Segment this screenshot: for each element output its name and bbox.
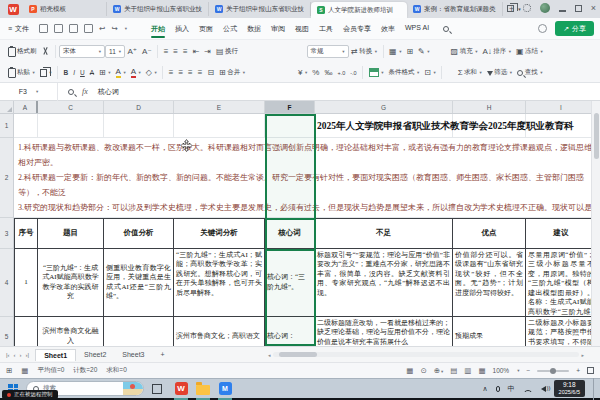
cell-F4-core[interactable]: 核心词：“三阶九维”。: [265, 249, 315, 317]
fx-icon[interactable]: fx: [82, 87, 88, 96]
sheet-tab-sheet2[interactable]: Sheet2: [76, 349, 114, 360]
increase-font-button[interactable]: A⁺: [125, 47, 140, 57]
conditional-format-button[interactable]: 条件格式▾: [386, 67, 422, 78]
column-header-a[interactable]: A: [14, 101, 38, 113]
sheet-title-cell[interactable]: 2025年人文学院申报省职业技术教育学会2025年度职业教育科: [315, 114, 597, 138]
table-style-button[interactable]: ▾: [366, 67, 386, 78]
menu-wps-ai[interactable]: WPS AI: [405, 20, 429, 38]
cell-G5-weak[interactable]: 二级标题随意改动，一看就是移植过来的；缺乏理论基础，理论与应用价值不分，理论价值…: [315, 317, 453, 346]
row-header-3[interactable]: 3: [0, 218, 13, 249]
zoom-slider[interactable]: [537, 370, 569, 372]
align-left-button[interactable]: ≡: [166, 68, 176, 78]
name-box[interactable]: F3▾: [0, 83, 58, 101]
cell-style-button[interactable]: ⊡▾: [422, 68, 438, 78]
cell-G4-weak[interactable]: 标题双引号“”要规范；理论与应用“价值”非要改为“意义”；重难点不分家，研究思路…: [315, 249, 453, 317]
cell-F5-core[interactable]: 核心词：: [265, 317, 315, 346]
prev-sheet-icon[interactable]: ‹: [14, 352, 16, 358]
task-view-button[interactable]: [152, 384, 162, 394]
merge-center-button[interactable]: ⊞合并▾: [217, 67, 248, 78]
percent-button[interactable]: %: [310, 68, 322, 78]
undo-icon[interactable]: ↩: [99, 24, 105, 33]
cell-A4[interactable]: 1: [14, 249, 38, 317]
header-cell-no[interactable]: 序号: [14, 218, 38, 249]
formula-input-value[interactable]: 核心词: [98, 87, 119, 97]
row-header-4[interactable]: 4: [0, 249, 13, 317]
column-header-d[interactable]: D: [104, 101, 174, 113]
cell-I5-advice[interactable]: 二级标题及小标题要规范；严格按照申报书要求填写，不得随意删减内容: [526, 317, 597, 346]
new-doc-icon[interactable]: [39, 24, 48, 33]
header-cell-strong[interactable]: 优点: [453, 218, 526, 249]
menu-page[interactable]: 页面: [199, 20, 213, 38]
select-all-corner[interactable]: [0, 101, 14, 113]
header-cell-keywords[interactable]: 关键词分析: [174, 218, 265, 249]
ribbon-search-icon[interactable]: [443, 26, 449, 32]
justify-button[interactable]: ≡: [195, 68, 205, 78]
formula-search-icon[interactable]: [68, 89, 74, 95]
column-header-h[interactable]: H: [453, 101, 526, 113]
cell-D5-value[interactable]: [104, 317, 174, 346]
row-header-2[interactable]: 2: [0, 138, 13, 218]
cell-F1[interactable]: [265, 114, 315, 138]
column-header-i[interactable]: I: [526, 101, 597, 113]
tab-mode-icon[interactable]: [507, 5, 514, 12]
header-cell-weak[interactable]: 不足: [315, 218, 453, 249]
scroll-left-icon[interactable]: ◂: [268, 352, 271, 358]
cell-F3-selected[interactable]: 核心词: [265, 218, 315, 249]
autosum-button[interactable]: Σ求和▾: [455, 67, 484, 78]
fill-button[interactable]: ▨填充▾: [448, 46, 480, 57]
wps-home-button[interactable]: W: [3, 2, 23, 16]
show-desktop-button[interactable]: [593, 378, 596, 400]
taskbar-wps-app[interactable]: W: [170, 378, 192, 400]
normal-view-icon[interactable]: ▤: [450, 366, 457, 375]
volume-icon[interactable]: [541, 386, 546, 392]
font-name-select[interactable]: 宋体▾: [59, 45, 105, 58]
sync-status-icon[interactable]: [538, 24, 547, 33]
cell-E1[interactable]: [174, 114, 265, 138]
cut-button[interactable]: [39, 46, 52, 57]
format-pen-icon[interactable]: ✎▾: [416, 47, 432, 57]
tab-active-spreadsheet[interactable]: S 人文学院新进教师培训: [311, 2, 407, 18]
align-center-button[interactable]: ≡: [176, 68, 186, 78]
underline-button[interactable]: U: [78, 68, 88, 77]
align-right-button[interactable]: ≡: [186, 68, 196, 78]
menu-home[interactable]: 开始: [151, 20, 165, 38]
preview-icon[interactable]: [84, 24, 93, 33]
merge-cells-icon[interactable]: ⊟: [205, 68, 217, 78]
cell-format-icon[interactable]: ▦▾: [387, 47, 404, 57]
header-cell-value[interactable]: 价值分析: [104, 218, 174, 249]
quick-access-chevron-icon[interactable]: ▾: [125, 26, 127, 31]
file-menu[interactable]: ≡文件: [0, 24, 37, 34]
cell-D1[interactable]: [104, 114, 174, 138]
center-view-icon[interactable]: ⊕▾: [434, 366, 444, 375]
tab-doc2[interactable]: W 关于组织申报山东省职业技: [209, 2, 311, 16]
first-sheet-icon[interactable]: |‹: [6, 352, 10, 358]
tab-doc1[interactable]: W 关于组织申报山东省职业技: [107, 2, 209, 16]
align-top-button[interactable]: ≡: [161, 47, 171, 57]
zoom-out-button[interactable]: −: [526, 367, 530, 374]
decrease-decimal-button[interactable]: -.0: [348, 69, 359, 77]
column-header-c[interactable]: C: [38, 101, 104, 113]
cell-I4-advice[interactable]: 尽量用原词“价值”；三级小标题尽量不变，用原词。独特的“三阶九维”模型（构建出模…: [526, 249, 597, 317]
vertical-scrollbar-thumb[interactable]: [594, 113, 599, 159]
wrap-text-button[interactable]: ▤换行: [214, 46, 241, 57]
menu-insert[interactable]: 插入: [175, 20, 189, 38]
shading-button[interactable]: ◇▾: [143, 68, 159, 78]
copy-button[interactable]: ▾: [37, 68, 54, 78]
row-header-5[interactable]: 5: [0, 317, 13, 346]
selection-mode-icon[interactable]: ▦: [21, 366, 28, 375]
user-avatar[interactable]: [540, 3, 550, 13]
menu-data[interactable]: 数据: [247, 20, 261, 38]
cell-C5-title[interactable]: 滨州市鲁商文化融入: [38, 317, 104, 346]
cell-A5[interactable]: [14, 317, 38, 346]
hidden-icons-chevron[interactable]: ∧: [482, 385, 487, 393]
menu-review[interactable]: 审阅: [271, 20, 285, 38]
cell-C4-title[interactable]: “三阶九维”：生成式AI赋能高职数学教学改革的实践研究: [38, 249, 104, 317]
decrease-indent-button[interactable]: ⇤: [190, 47, 202, 57]
italic-button[interactable]: I: [71, 68, 78, 77]
vertical-scrollbar[interactable]: [591, 101, 600, 346]
decrease-font-button[interactable]: A⁻: [140, 47, 155, 57]
column-header-f-selected[interactable]: F: [265, 101, 315, 113]
sheet-tab-sheet1[interactable]: Sheet1: [35, 349, 76, 361]
merge-range-icon[interactable]: ⊞: [404, 47, 416, 57]
convert-button[interactable]: ⇄转换▾: [349, 46, 380, 57]
